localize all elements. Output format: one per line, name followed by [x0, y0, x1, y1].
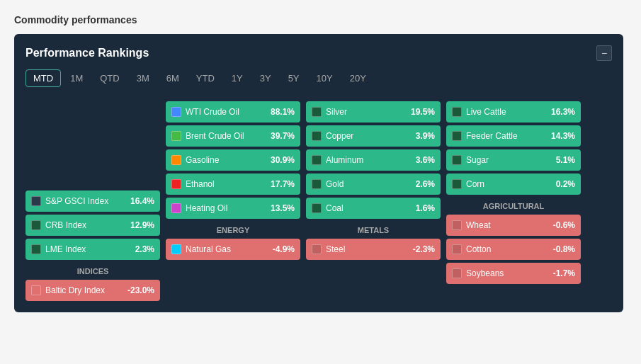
item-name: Brent Crude Oil: [186, 131, 271, 141]
item-value: 88.1%: [271, 107, 295, 117]
tab-mtd[interactable]: MTD: [25, 69, 61, 87]
widget: Performance Rankings − MTD1MQTD3M6MYTD1Y…: [14, 34, 623, 312]
color-indicator: [452, 155, 462, 165]
color-indicator: [312, 155, 322, 165]
item-name: Soybeans: [466, 268, 553, 278]
commodity-item[interactable]: Live Cattle16.3%: [446, 101, 581, 123]
item-value: -1.7%: [553, 268, 575, 278]
commodity-item[interactable]: Gasoline30.9%: [166, 149, 300, 171]
item-value: 19.5%: [411, 107, 435, 117]
color-indicator: [452, 268, 462, 278]
item-value: -4.9%: [273, 244, 295, 254]
item-name: LME Index: [45, 244, 135, 254]
tab-3y[interactable]: 3Y: [252, 69, 279, 87]
page-title: Commodity performances: [14, 14, 627, 25]
commodity-item[interactable]: Wheat-0.6%: [446, 215, 581, 236]
item-name: Gold: [326, 179, 416, 189]
tab-5y[interactable]: 5Y: [280, 69, 307, 87]
tabs-container: MTD1MQTD3M6MYTD1Y3Y5Y10Y20Y: [25, 69, 612, 87]
item-name: Wheat: [466, 220, 553, 230]
tab-1m[interactable]: 1M: [62, 69, 91, 87]
commodity-item[interactable]: Silver19.5%: [306, 101, 441, 123]
commodity-item[interactable]: Feeder Cattle14.3%: [446, 125, 581, 147]
item-name: Silver: [326, 107, 411, 117]
color-indicator: [452, 244, 462, 254]
color-indicator: [171, 203, 181, 213]
commodity-item[interactable]: Brent Crude Oil39.7%: [166, 125, 300, 147]
color-indicator: [312, 179, 322, 189]
color-indicator: [31, 196, 41, 206]
tab-6m[interactable]: 6M: [159, 69, 187, 87]
color-indicator: [312, 131, 322, 141]
item-name: Ethanol: [186, 179, 271, 189]
color-indicator: [171, 107, 181, 117]
color-indicator: [31, 244, 41, 254]
metals-column: Silver19.5%Copper3.9%Aluminum3.6%Gold2.6…: [306, 101, 441, 260]
tab-1y[interactable]: 1Y: [224, 69, 251, 87]
item-name: Steel: [326, 244, 413, 254]
item-value: 17.7%: [271, 179, 295, 189]
commodity-item[interactable]: Corn0.2%: [446, 174, 581, 195]
commodity-item[interactable]: Coal1.6%: [306, 198, 441, 219]
item-name: Heating Oil: [186, 203, 271, 213]
widget-header: Performance Rankings −: [25, 45, 612, 61]
energy-section-label: ENERGY: [166, 222, 300, 236]
item-name: Natural Gas: [186, 244, 273, 254]
item-name: Aluminum: [326, 155, 416, 165]
commodity-item[interactable]: Baltic Dry Index-23.0%: [25, 280, 160, 301]
color-indicator: [312, 203, 322, 213]
commodity-item[interactable]: LME Index2.3%: [25, 239, 160, 260]
commodity-item[interactable]: WTI Crude Oil88.1%: [166, 101, 300, 123]
item-value: 0.2%: [556, 179, 575, 189]
color-indicator: [171, 155, 181, 165]
tab-qtd[interactable]: QTD: [92, 69, 127, 87]
commodity-item[interactable]: Sugar5.1%: [446, 149, 581, 171]
tab-3m[interactable]: 3M: [129, 69, 157, 87]
item-name: CRB Index: [45, 220, 130, 230]
commodity-item[interactable]: Cotton-0.8%: [446, 239, 581, 260]
item-value: 3.6%: [416, 155, 435, 165]
commodity-item[interactable]: Copper3.9%: [306, 125, 441, 147]
commodity-item[interactable]: Soybeans-1.7%: [446, 263, 581, 284]
item-value: 14.3%: [551, 131, 575, 141]
indices-section-label: INDICES: [25, 263, 160, 277]
agricultural-column: Live Cattle16.3%Feeder Cattle14.3%Sugar5…: [446, 101, 581, 284]
item-value: 13.5%: [271, 203, 295, 213]
commodity-item[interactable]: Heating Oil13.5%: [166, 198, 300, 219]
color-indicator: [171, 179, 181, 189]
tab-20y[interactable]: 20Y: [342, 69, 374, 87]
item-name: Feeder Cattle: [466, 131, 551, 141]
commodity-item[interactable]: Gold2.6%: [306, 174, 441, 195]
commodity-item[interactable]: Ethanol17.7%: [166, 174, 300, 195]
item-name: S&P GSCI Index: [45, 196, 130, 206]
item-name: Coal: [326, 203, 416, 213]
item-value: -23.0%: [127, 285, 154, 295]
item-value: 16.4%: [130, 196, 154, 206]
item-name: Live Cattle: [466, 107, 551, 117]
item-value: 39.7%: [271, 131, 295, 141]
commodity-item[interactable]: CRB Index12.9%: [25, 215, 160, 236]
item-name: Copper: [326, 131, 416, 141]
color-indicator: [452, 220, 462, 230]
color-indicator: [171, 131, 181, 141]
indices-column: S&P GSCI Index16.4%CRB Index12.9%LME Ind…: [25, 101, 160, 301]
color-indicator: [31, 285, 41, 295]
color-indicator: [452, 131, 462, 141]
item-value: -2.3%: [413, 244, 435, 254]
widget-title: Performance Rankings: [25, 47, 149, 59]
columns-container: S&P GSCI Index16.4%CRB Index12.9%LME Ind…: [25, 101, 612, 301]
commodity-item[interactable]: Aluminum3.6%: [306, 149, 441, 171]
item-name: Corn: [466, 179, 556, 189]
commodity-item[interactable]: Steel-2.3%: [306, 239, 441, 260]
item-name: Baltic Dry Index: [45, 285, 127, 295]
commodity-item[interactable]: Natural Gas-4.9%: [166, 239, 300, 260]
item-value: -0.8%: [553, 244, 575, 254]
item-name: Sugar: [466, 155, 556, 165]
item-value: 30.9%: [271, 155, 295, 165]
item-value: 12.9%: [130, 220, 154, 230]
tab-10y[interactable]: 10Y: [309, 69, 341, 87]
minimize-button[interactable]: −: [596, 45, 612, 61]
color-indicator: [452, 107, 462, 117]
tab-ytd[interactable]: YTD: [188, 69, 222, 87]
commodity-item[interactable]: S&P GSCI Index16.4%: [25, 190, 160, 212]
